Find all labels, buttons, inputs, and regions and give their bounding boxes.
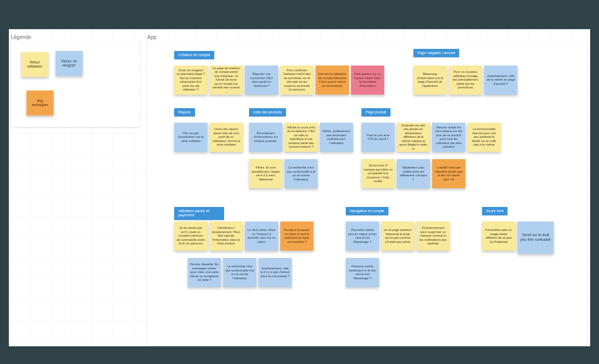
legend-frame[interactable]: Retour 'utilisateur' Retour 'de designer… bbox=[11, 41, 140, 127]
note-p2[interactable]: Si jamais sur des lots jeûnes en aliment… bbox=[397, 123, 430, 152]
tag-validation[interactable]: Validation panier et payement bbox=[174, 207, 224, 220]
note-r1[interactable]: Peu ou pas d'explication sur le drive so… bbox=[174, 123, 207, 152]
note-p3[interactable]: Rendre visible les informations sur les … bbox=[432, 123, 465, 152]
section-title-legend: Légende bbox=[11, 34, 31, 40]
note-r2[interactable]: Choix des rayons assez clair de mon poin… bbox=[210, 123, 243, 152]
note-n1[interactable]: Peut-etre mettre plus en valeur le lien … bbox=[346, 222, 379, 251]
note-c4[interactable]: Pour confirmer l'adresse mail il faut se… bbox=[280, 66, 314, 95]
tag-rayons[interactable]: Rayons bbox=[174, 108, 195, 116]
note-l3[interactable]: Filtres: 'préférences' pas forcément exp… bbox=[320, 123, 353, 152]
note-v1[interactable]: Je ne savais pas qu'il y avait un montan… bbox=[174, 222, 207, 251]
legend-note-bug[interactable]: Bug techniques bbox=[27, 90, 54, 115]
whiteboard-canvas[interactable]: Légende App Retour 'utilisateur' Retour … bbox=[9, 29, 590, 346]
tag-liste[interactable]: Liste des produits bbox=[249, 108, 286, 116]
note-c5[interactable]: Une fois la validation de compte effectu… bbox=[316, 66, 349, 95]
app-frame[interactable]: Création de compte Page magasin / accuei… bbox=[147, 41, 587, 345]
note-v6[interactable]: La recherche n'est pas contextuelle à là… bbox=[223, 258, 256, 287]
note-p4[interactable]: La fonctionnalité liste est pour moi peu… bbox=[467, 123, 501, 152]
note-l2[interactable]: Affiché le score Innit de la sélection ?… bbox=[284, 123, 318, 152]
note-v2[interactable]: Substitution / remplacement: Peut-être r… bbox=[210, 222, 243, 251]
legend-note-designer[interactable]: Retour 'de designer' bbox=[56, 51, 83, 76]
note-c1[interactable]: Choix du magasin en première étape ? Est… bbox=[174, 66, 207, 95]
note-m3[interactable]: Avertissement: utile de le mettre en pag… bbox=[484, 66, 517, 95]
note-p1[interactable]: Fixer le prix et le CTA au scroll ? bbox=[361, 123, 395, 152]
note-c2[interactable]: La page de création de compte prend trop… bbox=[210, 66, 243, 95]
note-v5[interactable]: Rendre cliquable 'En avantages cartes' p… bbox=[188, 258, 221, 287]
tag-produit[interactable]: Page produit bbox=[361, 108, 390, 116]
note-l1[interactable]: Énormément d'informations sur chaque pro… bbox=[249, 123, 282, 152]
note-c3[interactable]: Rajouter une connection SSO avec gmail o… bbox=[245, 66, 278, 95]
note-v3[interactable]: Le choix entre 'drive' ou 'livraison à d… bbox=[245, 222, 278, 251]
note-n4[interactable]: Pourquoi mettre seulement ici le lien ve… bbox=[346, 258, 379, 287]
note-l4[interactable]: Filtres: ils sont actuellement rangés de… bbox=[249, 159, 282, 188]
note-v4[interactable]: Pourquoi proposer un choix si seul le pa… bbox=[280, 222, 314, 251]
tag-navigation[interactable]: Navigation et compte bbox=[346, 207, 388, 215]
note-p6[interactable]: Séparateur plus visible entre les différ… bbox=[397, 159, 430, 188]
note-p7[interactable]: L'additif n'est pas cliquable tandis que… bbox=[432, 159, 465, 188]
tag-magasin[interactable]: Page magasin / accueil bbox=[413, 49, 459, 57]
note-n3[interactable]: Fonctionnement pour supprimer ou marquer… bbox=[416, 222, 450, 251]
note-s2[interactable]: Scroll sur la droit peu être confusant bbox=[517, 222, 554, 254]
tag-creation[interactable]: Création de compte bbox=[174, 51, 214, 59]
note-n2[interactable]: sur la page question fréquente le texte … bbox=[381, 222, 414, 251]
note-p5[interactable]: Score Innit: 8 manque peut-être un compa… bbox=[361, 159, 395, 188]
note-c6[interactable]: Dark pattern sur un bouton caché dans le… bbox=[351, 66, 384, 95]
note-m2[interactable]: Pour un nouveau utilisateur la page est … bbox=[449, 66, 482, 95]
note-m1[interactable]: Beaucoup d'information sur la page d'acc… bbox=[413, 66, 447, 95]
section-title-app: App bbox=[147, 34, 157, 40]
legend-note-user[interactable]: Retour 'utilisateur' bbox=[21, 52, 48, 77]
note-v7[interactable]: Avertissement: utile si il n'y a pas d'a… bbox=[258, 258, 292, 287]
note-s1[interactable]: Formulaire avec un usage assez différent… bbox=[482, 222, 515, 251]
tag-score[interactable]: Score Innit bbox=[482, 207, 507, 215]
note-l5[interactable]: La recherche n'est pas contextuelle à là… bbox=[284, 159, 318, 188]
